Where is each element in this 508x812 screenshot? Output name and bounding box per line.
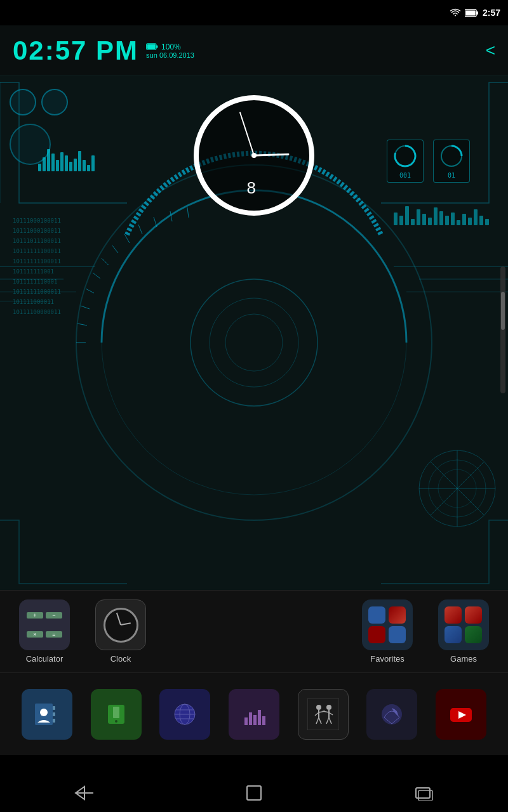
hud-circle-2: [41, 89, 68, 115]
eq-bar: [38, 164, 41, 171]
favorites-folder-icon[interactable]: [362, 599, 413, 650]
clock-number: 8: [246, 178, 255, 198]
gauge-left: 001: [387, 140, 424, 183]
binary-line: 10111011100011: [13, 236, 61, 246]
game-app-3: [444, 626, 462, 643]
home-button[interactable]: [235, 780, 273, 806]
svg-rect-44: [53, 712, 55, 716]
svg-rect-60: [253, 715, 257, 725]
taskbar-music[interactable]: [229, 689, 279, 740]
contacts-icon: [31, 698, 63, 730]
svg-point-30: [419, 450, 495, 527]
status-time: 2:57: [483, 8, 500, 18]
taskbar-youtube[interactable]: [436, 689, 486, 740]
clock-face: 8: [194, 95, 314, 216]
svg-line-18: [124, 234, 130, 243]
mail-icon: [376, 698, 408, 730]
youtube-icon: [445, 698, 477, 730]
eq-bar: [51, 154, 55, 171]
eq-bar-right: [422, 214, 426, 225]
back-button[interactable]: [65, 780, 104, 806]
svg-line-35: [431, 462, 484, 515]
calculator-label: Calculator: [26, 654, 64, 664]
nav-arrow-button[interactable]: <: [486, 41, 495, 60]
wifi-icon: [450, 8, 461, 17]
eq-bar-right: [462, 214, 466, 225]
clock-minute-hand: [239, 112, 255, 155]
taskbar-browser[interactable]: [159, 689, 210, 740]
eq-bar-right: [451, 213, 455, 225]
hud-circle-1: [10, 89, 36, 115]
eq-bar-right: [434, 207, 438, 225]
svg-rect-49: [113, 707, 119, 718]
gauge-value-left: 001: [392, 172, 418, 179]
taskbar-contacts[interactable]: [22, 689, 72, 740]
eq-bar: [74, 159, 77, 171]
svg-point-9: [210, 298, 298, 387]
eq-bar-right: [479, 216, 483, 225]
svg-rect-43: [53, 706, 55, 710]
eq-bar: [69, 162, 72, 171]
eq-bar: [60, 152, 64, 171]
taskbar-mail[interactable]: [366, 689, 417, 740]
dock-item-calculator[interactable]: + − × = Calculator: [19, 599, 70, 664]
eq-bar: [56, 160, 59, 171]
game-app-2: [465, 606, 482, 624]
svg-rect-37: [500, 266, 505, 393]
dock-item-games[interactable]: Games: [438, 599, 489, 664]
svg-rect-62: [262, 716, 265, 725]
svg-rect-85: [247, 786, 261, 800]
eq-bar-right: [457, 220, 460, 225]
hud-gauges-right: 001 01: [387, 140, 470, 183]
clock-app-hour-hand: [121, 622, 131, 625]
svg-line-19: [138, 225, 142, 234]
fav-app-4: [389, 626, 406, 643]
svg-point-8: [190, 279, 318, 406]
music-icon: [238, 698, 270, 730]
eq-bar-right: [445, 216, 449, 225]
svg-point-64: [316, 705, 321, 710]
dock-item-clock[interactable]: Clock: [95, 599, 146, 664]
eq-bar: [47, 149, 50, 171]
binary-line: 10111000100011: [13, 226, 61, 236]
fav-app-2: [389, 606, 406, 624]
gauge-value-right: 01: [439, 172, 464, 179]
svg-line-12: [77, 324, 87, 325]
binary-line: 101111111001: [13, 266, 61, 277]
clock-center: [251, 153, 257, 158]
date-display: sun 06.09.2013: [146, 51, 194, 59]
calc-mult: ×: [27, 631, 43, 638]
recent-button[interactable]: [404, 780, 443, 806]
svg-rect-61: [258, 710, 261, 725]
svg-rect-1: [465, 10, 475, 15]
eq-bar-right: [399, 216, 403, 225]
clock-app-icon[interactable]: [95, 599, 146, 650]
binary-line: 10111111000011: [13, 287, 61, 297]
svg-line-21: [170, 211, 172, 221]
eq-bar-right: [405, 206, 409, 225]
hud-equalizer-right: [394, 203, 489, 225]
eq-bar-right: [417, 209, 420, 225]
svg-rect-57: [238, 698, 270, 730]
calculator-icon[interactable]: + − × =: [19, 599, 70, 650]
svg-point-48: [115, 720, 117, 723]
binary-line: 10111111100011: [13, 256, 61, 266]
battery-percent: 100%: [161, 43, 181, 51]
eq-bar: [43, 157, 46, 171]
back-icon: [74, 785, 95, 801]
dock-item-favorites[interactable]: Favorites: [362, 599, 413, 664]
games-label: Games: [450, 654, 477, 664]
hud-binary-text: 1011100010001110111000100011101110111000…: [13, 216, 61, 317]
eq-bar-right: [411, 219, 415, 225]
top-time-display: 02:57 PM: [13, 36, 138, 66]
taskbar-kungfu[interactable]: [298, 689, 349, 740]
games-folder-icon[interactable]: [438, 599, 489, 650]
nav-bar: [0, 774, 508, 812]
eq-bar-right: [468, 218, 472, 225]
taskbar-phone[interactable]: [91, 689, 142, 740]
wallpaper: 001 01 101110001000111011100010001110111…: [0, 76, 508, 590]
binary-line: 1011111110001: [13, 277, 61, 287]
eq-bar-right: [485, 219, 489, 225]
clock-label: Clock: [110, 654, 131, 664]
eq-bar: [87, 165, 90, 171]
